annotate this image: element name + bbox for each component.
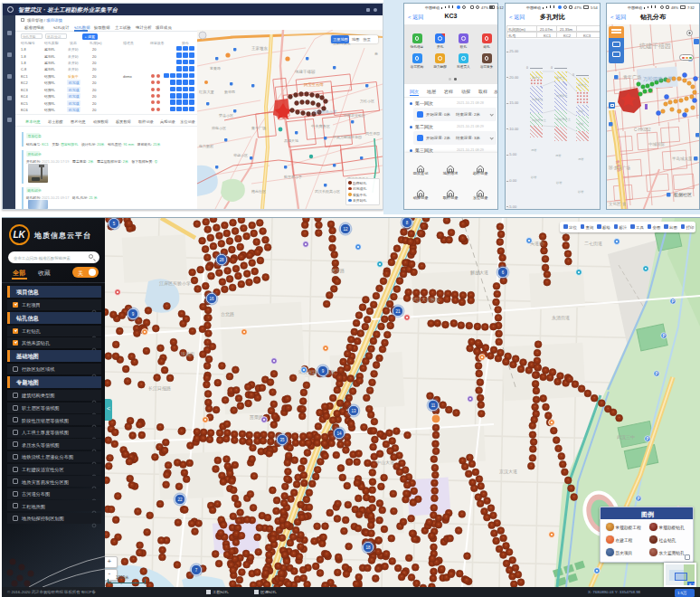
svg-text:16: 16 <box>209 297 214 301</box>
svg-text:半岛城大厦: 半岛城大厦 <box>672 156 693 162</box>
svg-text:文化区·青: 文化区·青 <box>609 201 627 206</box>
svg-text:青年广场: 青年广场 <box>623 74 641 81</box>
svg-text:同生泽园: 同生泽园 <box>365 131 380 136</box>
svg-text:21: 21 <box>395 309 401 314</box>
svg-text:P: P <box>655 372 657 376</box>
svg-text:永清街道: 永清街道 <box>552 315 570 321</box>
svg-text:红旗大厦: 红旗大厦 <box>199 90 214 95</box>
svg-text:P: P <box>671 299 674 304</box>
svg-text:22: 22 <box>177 498 183 502</box>
svg-text:28: 28 <box>219 258 224 262</box>
svg-text:万松小区: 万松小区 <box>360 99 374 103</box>
svg-text:华馨小区: 华馨小区 <box>233 153 248 157</box>
svg-text:巷: 巷 <box>374 52 378 56</box>
svg-text:中奥万都城市花园: 中奥万都城市花园 <box>333 135 362 139</box>
svg-text:P: P <box>662 334 665 338</box>
svg-text:中城国际: 中城国际 <box>648 141 666 147</box>
svg-text:中山大道: 中山大道 <box>376 460 394 465</box>
svg-text:航空桥小学: 航空桥小学 <box>284 175 302 179</box>
svg-text:王家墩东: 王家墩东 <box>251 45 269 52</box>
svg-text:C-HK052: C-HK052 <box>634 128 651 132</box>
svg-text:帅电小区: 帅电小区 <box>212 126 226 130</box>
svg-text:12: 12 <box>343 227 348 232</box>
svg-text:武汉长距离小区: 武汉长距离小区 <box>315 189 340 194</box>
svg-text:青年广场: 青年广场 <box>251 126 266 131</box>
svg-text:长江日报路: 长江日报路 <box>148 385 171 392</box>
svg-text:江岸区实验小学: 江岸区实验小学 <box>159 280 191 287</box>
svg-text:常青路: 常青路 <box>210 66 221 71</box>
svg-text:二七街道: 二七街道 <box>584 241 602 247</box>
svg-text:武汉天安医院: 武汉天安医院 <box>412 297 440 303</box>
svg-text:35: 35 <box>279 438 285 442</box>
svg-text:晶德天地: 晶德天地 <box>284 138 298 143</box>
svg-text:解放大道: 解放大道 <box>470 270 488 276</box>
svg-text:球场街: 球场街 <box>180 351 194 357</box>
svg-text:18: 18 <box>365 545 371 550</box>
svg-text:京汉大道: 京汉大道 <box>499 469 517 475</box>
svg-text:新华西: 新华西 <box>224 90 235 94</box>
svg-text:万松园路小学: 万松园路小学 <box>643 76 674 82</box>
svg-text:11: 11 <box>431 403 436 408</box>
svg-text:中央商务区: 中央商务区 <box>311 124 331 128</box>
svg-text:统建千禧园: 统建千禧园 <box>639 43 671 50</box>
svg-text:惠济路: 惠济路 <box>330 268 345 274</box>
svg-text:P: P <box>637 497 639 501</box>
svg-text:万松园路小学: 万松园路小学 <box>313 109 337 114</box>
svg-text:14: 14 <box>336 431 342 436</box>
svg-text:航侧社区: 航侧社区 <box>674 192 692 198</box>
svg-text:阿宝生煎馆: 阿宝生煎馆 <box>304 82 325 87</box>
svg-text:P: P <box>646 437 648 441</box>
svg-text:统建千禧园: 统建千禧园 <box>295 70 316 74</box>
svg-text:台北路: 台北路 <box>221 311 234 317</box>
svg-text:荣泰小区: 荣泰小区 <box>219 113 233 118</box>
svg-text:武汉三中: 武汉三中 <box>617 434 635 441</box>
svg-text:中国农业银行: 中国农业银行 <box>344 113 365 118</box>
svg-text:电力新村: 电力新村 <box>199 144 213 149</box>
svg-text:13: 13 <box>351 409 356 413</box>
